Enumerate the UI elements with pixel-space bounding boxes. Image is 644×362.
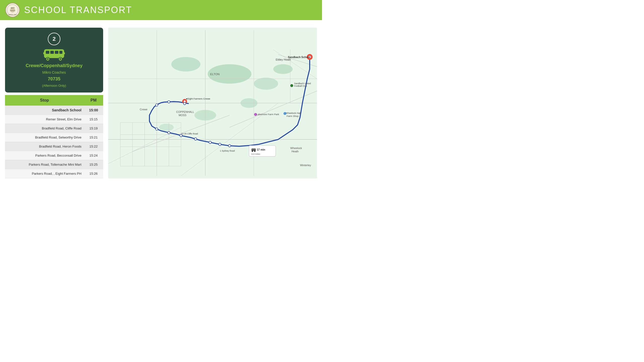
svg-text:Football Club: Football Club [294, 85, 307, 87]
table-row: Parkers Road, Becconsall Drive15:24 [5, 151, 103, 160]
svg-rect-7 [46, 51, 49, 54]
stop-name: Bradfield Road, Cliffe Road [5, 124, 84, 133]
svg-rect-9 [55, 51, 58, 54]
stop-time: 15:00 [84, 106, 103, 115]
stop-name: Parkers Road, , Eight Farmers PH [5, 169, 84, 178]
table-row: Sandbach School15:00 [5, 106, 103, 115]
svg-text:VERITAS: VERITAS [10, 10, 15, 11]
svg-text:Heath: Heath [292, 150, 299, 153]
col-header-pm: PM [84, 95, 103, 106]
svg-text:33-35 Cliffe Road: 33-35 Cliffe Road [181, 132, 198, 135]
stops-table: Stop PM Sandbach School15:00Remer Street… [5, 95, 103, 178]
route-number-badge: 2 [48, 33, 60, 45]
map-container: 17 min 6.6 miles Ettiley Heath Sandbach … [108, 28, 317, 178]
svg-point-20 [254, 78, 278, 90]
table-row: Bradfield Road, Selworthy Drive15:21 [5, 133, 103, 142]
svg-point-18 [171, 57, 200, 72]
svg-text:Lakemore Farm Park: Lakemore Farm Park [256, 113, 279, 116]
svg-point-76 [284, 112, 287, 115]
svg-point-63 [219, 143, 221, 146]
svg-text:●Eight Farmers Crewe: ●Eight Farmers Crewe [186, 97, 210, 100]
svg-rect-8 [50, 51, 54, 54]
stop-time: 15:15 [84, 115, 103, 124]
left-panel: 2 Crewe/Coppenhall/Sydney Mikro Coaches … [5, 28, 103, 178]
table-header-row: Stop PM [5, 95, 103, 106]
svg-point-61 [194, 138, 197, 140]
svg-text:6.6 miles: 6.6 miles [251, 153, 260, 155]
time-note: (Afternoon Only) [42, 84, 66, 87]
svg-text:SEMPER VIRET: SEMPER VIRET [8, 14, 17, 15]
svg-text:Winterley: Winterley [300, 164, 311, 167]
stop-name: Bradfield Road, Selworthy Drive [5, 133, 84, 142]
stop-time: 15:25 [84, 160, 103, 169]
svg-rect-15 [43, 52, 45, 54]
svg-text:17 min: 17 min [257, 148, 265, 151]
bus-number: 70735 [48, 76, 60, 82]
svg-point-21 [273, 64, 293, 74]
svg-text:ELTON: ELTON [210, 73, 220, 76]
table-row: Parkers Road, , Eight Farmers PH15:26 [5, 169, 103, 178]
svg-point-55 [183, 102, 186, 105]
stop-name: Parkers Road, Becconsall Drive [5, 151, 84, 160]
svg-point-73 [254, 113, 257, 116]
svg-text:Sandbach School: Sandbach School [288, 56, 310, 59]
stop-name: Bradfield Road, Heron Foods [5, 142, 84, 151]
svg-rect-10 [59, 51, 62, 54]
svg-text:MOSS: MOSS [179, 114, 186, 117]
stop-time: 15:21 [84, 133, 103, 142]
svg-point-14 [60, 58, 61, 60]
svg-text:Wheelock Hall: Wheelock Hall [286, 112, 301, 114]
stop-name: Sandbach School [5, 106, 84, 115]
svg-rect-16 [63, 52, 65, 54]
stop-name: Remer Street, Elm Drive [5, 115, 84, 124]
school-logo: 1677 VERITAS SEMPER VIRET [5, 3, 20, 18]
col-header-stop: Stop [5, 95, 84, 106]
table-row: Parkers Road, Tollemache Mini Mart15:25 [5, 160, 103, 169]
svg-text:Farm Shop: Farm Shop [287, 115, 299, 117]
svg-point-57 [155, 104, 158, 106]
table-row: Remer Street, Elm Drive15:15 [5, 115, 103, 124]
svg-point-62 [209, 141, 212, 144]
svg-point-24 [159, 124, 174, 131]
operator-name: Mikro Coaches [42, 70, 66, 74]
route-map: 17 min 6.6 miles Ettiley Heath Sandbach … [108, 28, 317, 178]
svg-point-64 [228, 145, 231, 147]
bus-icon [43, 47, 65, 61]
svg-point-56 [168, 101, 170, 103]
stop-time: 15:26 [84, 169, 103, 178]
bus-info-card: 2 Crewe/Coppenhall/Sydney Mikro Coaches … [5, 28, 103, 93]
table-row: Bradfield Road, Heron Foods15:22 [5, 142, 103, 151]
svg-point-58 [155, 128, 158, 130]
svg-text:1 Sydney Road: 1 Sydney Road [220, 150, 235, 152]
page-header: 1677 VERITAS SEMPER VIRET SCHOOL TRANSPO… [0, 0, 322, 20]
svg-point-54 [184, 100, 186, 102]
svg-text:Crewe: Crewe [140, 108, 147, 111]
stop-time: 15:24 [84, 151, 103, 160]
svg-point-48 [254, 150, 256, 152]
svg-point-80 [290, 84, 294, 87]
main-content: 2 Crewe/Coppenhall/Sydney Mikro Coaches … [0, 20, 322, 184]
route-name: Crewe/Coppenhall/Sydney [26, 63, 83, 68]
svg-text:Sandbach United: Sandbach United [294, 82, 311, 85]
stop-time: 15:22 [84, 142, 103, 151]
svg-point-13 [47, 58, 49, 60]
table-row: Bradfield Road, Cliffe Road15:19 [5, 124, 103, 133]
stop-time: 15:19 [84, 124, 103, 133]
page-title: SCHOOL TRANSPORT [24, 5, 132, 15]
svg-point-59 [168, 131, 170, 134]
svg-point-47 [252, 150, 253, 152]
stop-name: Parkers Road, Tollemache Mini Mart [5, 160, 84, 169]
svg-text:COPPENHALL: COPPENHALL [176, 110, 194, 113]
svg-text:Wheelock: Wheelock [290, 147, 302, 150]
